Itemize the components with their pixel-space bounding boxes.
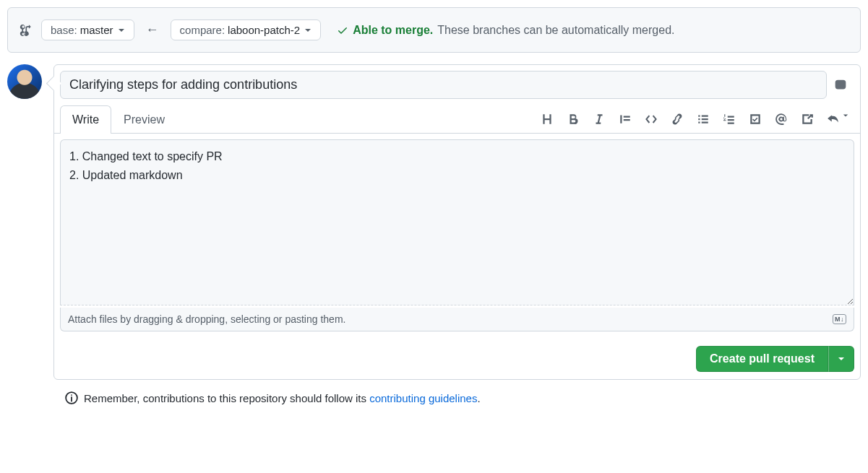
code-icon[interactable] <box>645 113 658 126</box>
bold-icon[interactable] <box>567 113 580 126</box>
tab-write[interactable]: Write <box>60 105 111 134</box>
ol-icon[interactable] <box>723 113 736 126</box>
markdown-icon[interactable]: M↓ <box>833 314 846 324</box>
compare-label: compare: <box>180 24 225 36</box>
base-branch-selector[interactable]: base: master <box>41 19 134 40</box>
tab-preview[interactable]: Preview <box>111 105 177 134</box>
contributing-guidelines-link[interactable]: contributing guidelines <box>369 392 477 404</box>
attach-hint: Attach files by dragging & dropping, sel… <box>68 313 345 325</box>
tasklist-icon[interactable] <box>749 113 762 126</box>
arrow-left-icon: ← <box>143 22 162 38</box>
pr-form-row: Write Preview <box>7 64 861 380</box>
guidelines-text: Remember, contributions to this reposito… <box>84 392 481 404</box>
pr-title-input[interactable] <box>60 71 827 99</box>
ul-icon[interactable] <box>697 113 710 126</box>
quote-icon[interactable] <box>619 113 632 126</box>
info-icon <box>65 391 78 404</box>
caret-down-icon <box>304 27 311 34</box>
base-branch-name: master <box>80 24 113 36</box>
caret-down-icon <box>838 355 845 363</box>
editor-tabs: Write Preview <box>60 105 177 133</box>
editor-tab-row: Write Preview <box>54 105 860 134</box>
actions-row: Create pull request <box>54 337 860 379</box>
body-area: Attach files by dragging & dropping, sel… <box>54 134 860 337</box>
heading-icon[interactable] <box>541 113 554 126</box>
svg-point-2 <box>71 394 72 396</box>
contributing-guidelines-note: Remember, contributions to this reposito… <box>7 380 861 407</box>
avatar <box>7 64 42 99</box>
merge-status: Able to merge. These branches can be aut… <box>337 24 674 37</box>
merge-status-detail: These branches can be automatically merg… <box>437 24 674 37</box>
merge-status-text: Able to merge. <box>353 24 433 37</box>
md-toolbar <box>541 113 854 126</box>
italic-icon[interactable] <box>593 113 606 126</box>
base-label: base: <box>51 24 77 36</box>
compare-branch-name: laboon-patch-2 <box>228 24 300 36</box>
link-icon[interactable] <box>671 113 684 126</box>
check-icon <box>337 25 348 36</box>
create-pr-dropdown[interactable] <box>828 346 854 372</box>
caret-down-icon <box>843 113 848 118</box>
pr-form: Write Preview <box>53 64 861 380</box>
attach-bar[interactable]: Attach files by dragging & dropping, sel… <box>60 308 854 331</box>
compare-branch-selector[interactable]: compare: laboon-patch-2 <box>171 19 322 40</box>
pr-body-textarea[interactable] <box>60 139 854 305</box>
git-compare-icon <box>20 24 33 37</box>
caret-down-icon <box>118 27 125 34</box>
create-pr-button[interactable]: Create pull request <box>696 346 828 372</box>
title-row <box>54 65 860 105</box>
compare-branches-bar: base: master ← compare: laboon-patch-2 A… <box>7 7 861 53</box>
cross-reference-icon[interactable] <box>801 113 814 126</box>
reply-icon[interactable] <box>827 113 840 126</box>
copilot-icon[interactable] <box>833 77 848 93</box>
mention-icon[interactable] <box>775 113 788 126</box>
